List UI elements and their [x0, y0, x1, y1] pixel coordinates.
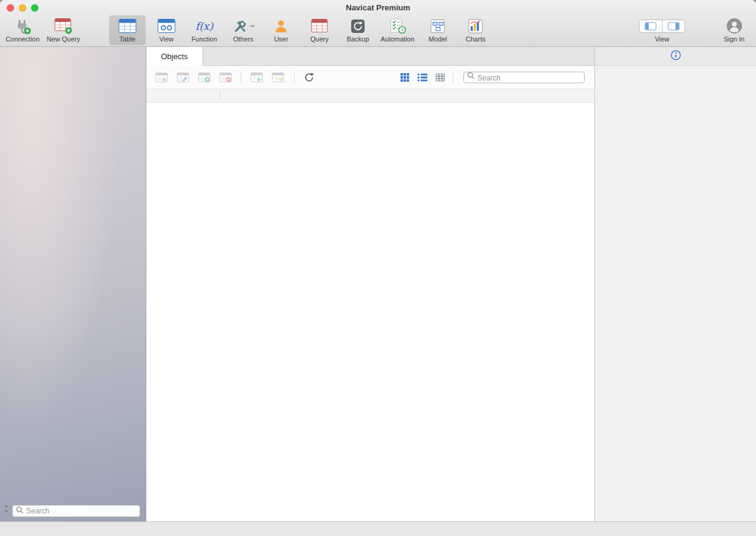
connection-icon	[13, 17, 32, 35]
toolbar-item-label: View	[159, 35, 174, 43]
table-icon	[118, 17, 137, 35]
toolbar-item-label: Table	[119, 35, 135, 43]
toolbar-item-view[interactable]: View	[149, 15, 184, 45]
detail-view-button[interactable]	[436, 73, 445, 81]
toggle-right-pane-button[interactable]	[662, 20, 685, 32]
left-pane-icon	[644, 22, 657, 30]
objects-search	[463, 71, 585, 82]
delete-table-icon	[219, 72, 232, 82]
open-table-icon	[155, 72, 168, 82]
function-icon: f(x)	[195, 17, 213, 35]
toolbar-item-label: Connection	[5, 35, 40, 43]
tab-label: Objects	[161, 52, 188, 61]
toolbar-item-label: New Query	[46, 35, 80, 43]
design-table-button[interactable]	[177, 72, 190, 82]
info-icon[interactable]	[671, 50, 681, 63]
backup-icon	[350, 17, 366, 35]
export-wizard-icon	[272, 72, 285, 82]
grid-view-icon	[401, 73, 409, 82]
toolbar-item-model[interactable]: Model	[422, 15, 454, 45]
toolbar-item-function[interactable]: f(x) Function	[186, 15, 223, 45]
automation-icon	[389, 17, 406, 35]
toolbar-item-label: Sign In	[724, 35, 744, 43]
toolbar-item-user[interactable]: User	[265, 15, 297, 45]
search-icon	[16, 506, 24, 516]
tab-bar: Objects	[146, 47, 594, 66]
status-bar	[0, 521, 756, 536]
toolbar-item-charts[interactable]: Charts	[458, 15, 493, 45]
toolbar-item-label: Charts	[466, 35, 485, 43]
toolbar-item-others[interactable]: Others	[225, 15, 262, 45]
export-wizard-button[interactable]	[272, 72, 285, 82]
window-chrome: Navicat Premium Connection	[0, 0, 756, 47]
import-wizard-icon	[251, 72, 263, 82]
toolbar-item-label: Backup	[347, 35, 369, 43]
list-view-button[interactable]	[418, 73, 427, 81]
model-icon	[430, 17, 446, 35]
right-pane-icon	[668, 22, 680, 30]
information-panel-header	[595, 47, 756, 66]
sidebar-search	[12, 505, 140, 517]
sidebar-search-input[interactable]	[12, 505, 140, 517]
charts-icon	[468, 17, 483, 35]
objects-list-content	[146, 102, 594, 521]
toolbar-separator	[453, 71, 454, 84]
new-table-button[interactable]	[198, 72, 211, 82]
refresh-icon	[304, 72, 315, 82]
new-query-icon	[54, 17, 73, 35]
query-icon	[311, 17, 328, 35]
toolbar-item-new-query[interactable]: New Query	[43, 15, 84, 45]
titlebar: Navicat Premium	[0, 0, 756, 15]
toolbar-separator	[294, 71, 295, 84]
column-divider	[219, 90, 220, 101]
search-icon	[467, 71, 475, 82]
toolbar-item-automation[interactable]: Automation	[376, 15, 419, 45]
toolbar-item-label: Others	[233, 35, 253, 43]
view-icon	[157, 17, 176, 35]
toolbar-item-label: Function	[191, 35, 217, 43]
chevron-down-icon	[250, 24, 255, 27]
tools-icon	[232, 17, 255, 35]
user-icon	[273, 17, 289, 35]
open-table-button[interactable]	[155, 72, 168, 82]
toolbar-view-group: View	[637, 15, 688, 45]
toolbar-item-backup[interactable]: Backup	[341, 15, 375, 45]
window-title: Navicat Premium	[0, 0, 756, 15]
toolbar-item-label: Model	[429, 35, 447, 43]
information-panel	[594, 47, 756, 521]
objects-search-input[interactable]	[463, 72, 585, 84]
delete-table-button[interactable]	[219, 72, 232, 82]
toggle-left-pane-button[interactable]	[640, 20, 662, 32]
list-view-icon	[418, 73, 427, 81]
sign-in-button[interactable]: Sign In	[717, 15, 751, 45]
view-group-label: View	[655, 35, 669, 43]
import-wizard-button[interactable]	[251, 72, 263, 82]
toolbar-item-query[interactable]: Query	[304, 15, 335, 45]
sign-in-icon	[726, 17, 743, 35]
refresh-button[interactable]	[304, 72, 315, 82]
toolbar-item-connection[interactable]: Connection	[3, 15, 42, 45]
toolbar-item-label: Query	[310, 35, 329, 43]
detail-view-icon	[436, 73, 445, 81]
connections-sidebar	[0, 47, 146, 521]
toolbar-item-label: Automation	[380, 35, 415, 43]
objects-toolbar	[146, 66, 594, 88]
objects-list-header	[146, 88, 594, 102]
toolbar-separator	[241, 71, 241, 84]
toolbar-item-label: User	[274, 35, 288, 43]
connection-toggle-icon[interactable]	[3, 504, 10, 516]
new-table-icon	[198, 72, 211, 82]
tab-objects[interactable]: Objects	[146, 47, 203, 66]
main-area: Objects	[146, 47, 594, 521]
view-segmented-control	[639, 20, 685, 33]
navicat-window: Navicat Premium Connection	[0, 0, 756, 536]
toolbar-item-table[interactable]: Table	[109, 15, 146, 45]
icon-view-button[interactable]	[401, 73, 409, 82]
design-table-icon	[177, 72, 190, 82]
